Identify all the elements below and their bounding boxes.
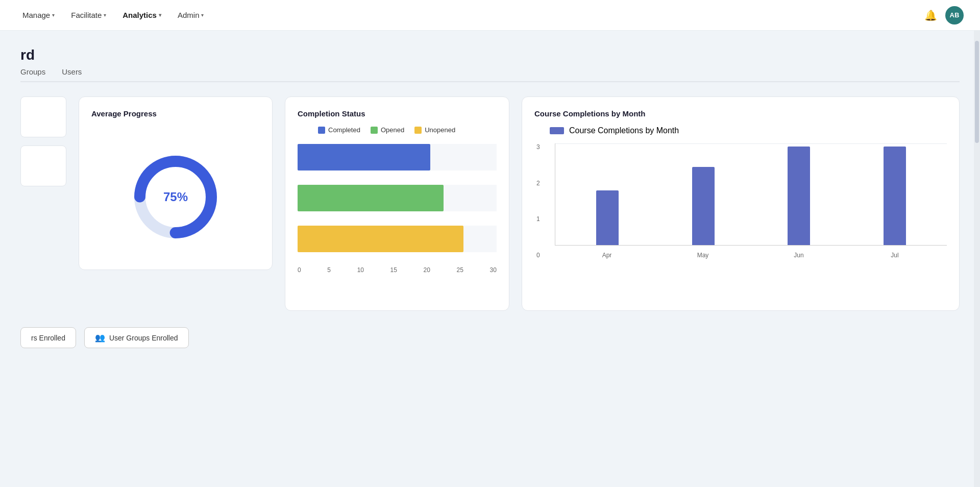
legend-unopened-label: Unopened bbox=[425, 126, 455, 134]
average-progress-title: Average Progress bbox=[91, 109, 260, 118]
y-tick-2: 2 bbox=[536, 180, 540, 187]
bar-group-jul bbox=[853, 147, 937, 245]
tab-bar: Groups Users bbox=[20, 67, 960, 82]
monthly-chart-legend: Course Completions by Month bbox=[550, 126, 947, 135]
y-tick-0: 0 bbox=[536, 252, 540, 259]
bar-unopened bbox=[298, 226, 497, 252]
completion-status-card: Completion Status Completed Opened Unope… bbox=[285, 96, 509, 311]
bar-jul bbox=[884, 147, 906, 245]
dashboard-cards: Average Progress 75% Completion Status bbox=[20, 96, 960, 311]
user-groups-label: User Groups Enrolled bbox=[109, 334, 178, 342]
vertical-chart-area bbox=[555, 143, 947, 246]
donut-percent-label: 75% bbox=[163, 190, 188, 204]
bar-completed bbox=[298, 144, 497, 171]
x-label-jul: Jul bbox=[853, 252, 937, 259]
tab-users[interactable]: Users bbox=[62, 67, 82, 82]
bar-apr bbox=[596, 190, 619, 245]
course-completions-card: Course Completions by Month Course Compl… bbox=[522, 96, 960, 311]
partial-card-2 bbox=[20, 145, 66, 186]
legend-completed-dot bbox=[318, 127, 325, 134]
bottom-actions-bar: rs Enrolled 👥 User Groups Enrolled bbox=[20, 327, 960, 348]
x-label-may: May bbox=[661, 252, 745, 259]
analytics-chevron-icon: ▾ bbox=[159, 12, 161, 18]
donut-chart-container: 75% bbox=[91, 136, 260, 257]
partial-card-1 bbox=[20, 96, 66, 137]
bar-group-apr bbox=[566, 190, 649, 245]
bar-opened bbox=[298, 185, 497, 211]
x-tick-0: 0 bbox=[298, 266, 301, 274]
manage-label: Manage bbox=[22, 11, 50, 19]
y-tick-3: 3 bbox=[536, 143, 540, 151]
x-tick-15: 15 bbox=[390, 266, 397, 274]
legend-opened: Opened bbox=[371, 126, 404, 134]
bar-jun bbox=[788, 147, 810, 245]
admin-chevron-icon: ▾ bbox=[201, 12, 204, 18]
nav-facilitate[interactable]: Facilitate ▾ bbox=[65, 8, 112, 22]
bar-may bbox=[692, 167, 715, 245]
top-navigation: Manage ▾ Facilitate ▾ Analytics ▾ Admin … bbox=[0, 0, 980, 31]
notification-bell-icon[interactable]: 🔔 bbox=[924, 9, 937, 21]
legend-unopened: Unopened bbox=[414, 126, 455, 134]
completion-legend: Completed Opened Unopened bbox=[318, 126, 497, 134]
x-axis-months: Apr May Jun Jul bbox=[555, 249, 947, 259]
nav-menu: Manage ▾ Facilitate ▾ Analytics ▾ Admin … bbox=[16, 8, 924, 22]
x-tick-25: 25 bbox=[457, 266, 463, 274]
people-icon: 👥 bbox=[95, 333, 105, 343]
y-tick-1: 1 bbox=[536, 215, 540, 223]
manage-chevron-icon: ▾ bbox=[52, 12, 55, 18]
monthly-legend-dot bbox=[550, 127, 564, 134]
tab-groups[interactable]: Groups bbox=[20, 67, 45, 82]
legend-completed-label: Completed bbox=[328, 126, 360, 134]
legend-unopened-dot bbox=[414, 127, 422, 134]
legend-opened-label: Opened bbox=[381, 126, 404, 134]
x-label-jun: Jun bbox=[757, 252, 841, 259]
nav-manage[interactable]: Manage ▾ bbox=[16, 8, 61, 22]
average-progress-card: Average Progress 75% bbox=[79, 96, 273, 270]
page-title: rd bbox=[20, 47, 960, 63]
legend-opened-dot bbox=[371, 127, 378, 134]
completion-status-title: Completion Status bbox=[298, 109, 497, 118]
nav-admin[interactable]: Admin ▾ bbox=[172, 8, 210, 22]
x-tick-5: 5 bbox=[327, 266, 331, 274]
admin-label: Admin bbox=[178, 11, 200, 19]
facilitate-chevron-icon: ▾ bbox=[104, 12, 106, 18]
nav-right-area: 🔔 AB bbox=[924, 6, 964, 25]
monthly-legend-label: Course Completions by Month bbox=[569, 126, 679, 135]
users-enrolled-label: rs Enrolled bbox=[31, 334, 65, 342]
page-content: rd Groups Users Average Progress bbox=[0, 31, 980, 364]
x-tick-20: 20 bbox=[424, 266, 430, 274]
legend-completed: Completed bbox=[318, 126, 360, 134]
analytics-label: Analytics bbox=[122, 11, 157, 19]
nav-analytics[interactable]: Analytics ▾ bbox=[116, 8, 167, 22]
user-groups-enrolled-button[interactable]: 👥 User Groups Enrolled bbox=[84, 327, 189, 348]
scrollbar[interactable] bbox=[974, 0, 980, 487]
left-partial-cards bbox=[20, 96, 66, 186]
y-axis: 0 1 2 3 bbox=[536, 143, 540, 259]
scrollbar-thumb[interactable] bbox=[975, 41, 979, 143]
users-enrolled-button[interactable]: rs Enrolled bbox=[20, 327, 76, 348]
bar-group-may bbox=[662, 167, 745, 245]
user-avatar[interactable]: AB bbox=[945, 6, 964, 25]
bar-group-jun bbox=[757, 147, 841, 245]
facilitate-label: Facilitate bbox=[71, 11, 102, 19]
x-tick-10: 10 bbox=[357, 266, 364, 274]
x-tick-30: 30 bbox=[490, 266, 497, 274]
x-label-apr: Apr bbox=[565, 252, 649, 259]
course-completions-title: Course Completions by Month bbox=[534, 109, 947, 118]
